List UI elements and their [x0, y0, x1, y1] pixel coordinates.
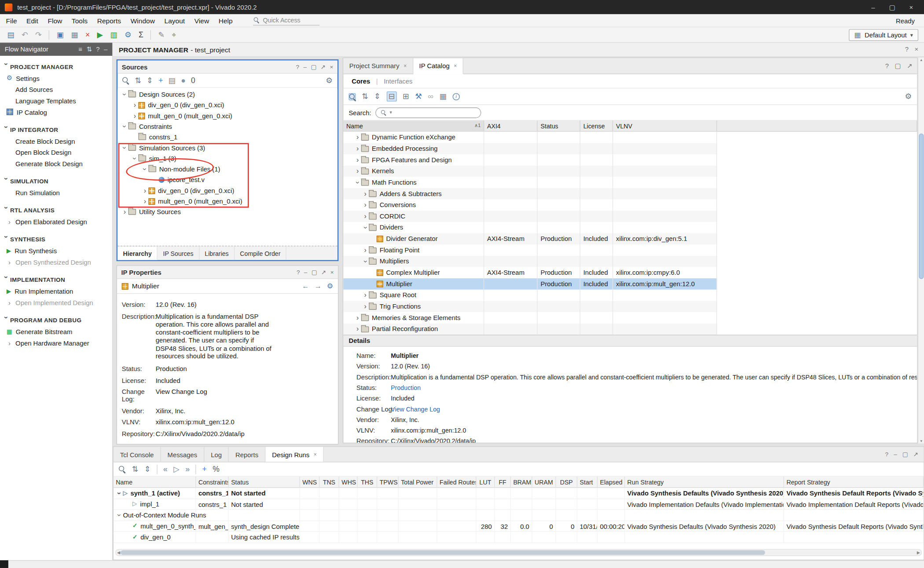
- run-icon[interactable]: ▶: [97, 31, 103, 39]
- float-icon[interactable]: ▢: [312, 268, 317, 276]
- close-icon[interactable]: ×: [330, 268, 334, 276]
- sidebar-item-language-templates[interactable]: Language Templates: [0, 95, 112, 106]
- column-header-start[interactable]: Start: [577, 477, 598, 487]
- chevron-down-icon[interactable]: ›: [2, 207, 11, 214]
- expander-icon[interactable]: ›: [354, 324, 361, 335]
- column-header-lut[interactable]: LUT: [477, 477, 495, 487]
- help-icon[interactable]: ?: [296, 63, 300, 71]
- scroll-left-icon[interactable]: ◀: [117, 550, 120, 556]
- menu-window[interactable]: Window: [131, 17, 155, 24]
- minimize-button[interactable]: –: [865, 1, 882, 13]
- board-icon[interactable]: ▦: [71, 31, 78, 39]
- source-node-constraints[interactable]: › Constraints: [117, 121, 337, 131]
- design-run-row-div-gen-0[interactable]: ✓ div_gen_0 Using cached IP results: [114, 532, 924, 543]
- column-header-ths[interactable]: THS: [358, 477, 378, 487]
- column-header-uram[interactable]: URAM: [532, 477, 556, 487]
- tab-tcl-console[interactable]: Tcl Console: [114, 447, 161, 462]
- minimize-icon[interactable]: –: [304, 268, 308, 276]
- catalog-row-adders-subtracters[interactable]: › Adders & Subtracters: [343, 188, 717, 200]
- tab-reports[interactable]: Reports: [229, 447, 265, 462]
- sort-icon[interactable]: ⇅: [86, 45, 92, 53]
- menu-layout[interactable]: Layout: [165, 17, 185, 24]
- expand-icon[interactable]: ↗: [913, 451, 918, 459]
- float-icon[interactable]: ▢: [902, 451, 908, 459]
- subtab-interfaces[interactable]: Interfaces: [384, 77, 412, 84]
- column-header-run-strategy[interactable]: Run Strategy: [625, 477, 784, 487]
- close-button[interactable]: ×: [903, 1, 920, 13]
- info-icon[interactable]: i: [453, 93, 460, 100]
- catalog-row-math-functions[interactable]: › Math Functions: [343, 177, 717, 188]
- subtab-cores[interactable]: Cores: [352, 77, 370, 84]
- expander-icon[interactable]: ›: [131, 155, 139, 162]
- forward-icon[interactable]: →: [314, 282, 321, 290]
- chevron-right-icon[interactable]: ›: [8, 259, 11, 266]
- column-header-status[interactable]: Status: [538, 120, 580, 131]
- ip-properties-header[interactable]: IP Properties ?–▢↗×: [117, 266, 338, 279]
- column-header-tns[interactable]: TNS: [319, 477, 339, 487]
- collapse-all-icon[interactable]: ⇅: [132, 465, 139, 473]
- column-header-ff[interactable]: FF: [495, 477, 511, 487]
- collapse-icon[interactable]: –: [104, 45, 107, 53]
- scroll-down-icon[interactable]: ▼: [918, 439, 924, 443]
- sources-tab-hierarchy[interactable]: Hierarchy: [117, 247, 158, 260]
- chevron-right-icon[interactable]: ›: [8, 339, 11, 346]
- expander-icon[interactable]: ›: [121, 144, 129, 151]
- catalog-row-square-root[interactable]: › Square Root: [343, 290, 717, 301]
- ip-catalog-search-input[interactable]: ▾: [375, 107, 481, 118]
- menu-flow[interactable]: Flow: [48, 17, 62, 24]
- column-header-wns[interactable]: WNS: [300, 477, 320, 487]
- expander-icon[interactable]: ›: [354, 154, 361, 166]
- file-info-icon[interactable]: ▤: [169, 76, 176, 84]
- chevron-down-icon[interactable]: ›: [2, 126, 11, 133]
- sidebar-item-open-elaborated-design[interactable]: ›Open Elaborated Design: [0, 216, 112, 227]
- tab-project-summary[interactable]: Project Summary ×: [343, 58, 413, 73]
- back-icon[interactable]: ←: [302, 282, 309, 290]
- source-node-constrs-1[interactable]: constrs_1: [117, 132, 337, 142]
- copy-icon[interactable]: ▣: [56, 31, 64, 39]
- catalog-row-dynamic-function-exchange[interactable]: › Dynamic Function eXchange: [343, 132, 717, 143]
- reports-icon[interactable]: ▥: [110, 31, 117, 39]
- hierarchy-icon[interactable]: ⊟: [387, 91, 397, 102]
- source-node-mult-gen-0-mult-gen-0-xci[interactable]: › mult_gen_0 (mult_gen_0.xci): [117, 110, 337, 121]
- column-header-total-power[interactable]: Total Power: [399, 477, 437, 487]
- settings-gear-icon[interactable]: ⚙: [327, 282, 334, 290]
- add-sources-icon[interactable]: +: [158, 76, 163, 84]
- expand-icon[interactable]: ↗: [321, 268, 326, 276]
- design-run-row-mult-gen-0-synth-1[interactable]: ✓ mult_gen_0_synth_1 mult_gen_0 synth_de…: [114, 521, 924, 532]
- column-header-status[interactable]: Status: [229, 477, 300, 487]
- expander-icon[interactable]: ›: [362, 188, 369, 200]
- chevron-right-icon[interactable]: ›: [8, 218, 11, 225]
- column-header-name[interactable]: Name: [114, 477, 196, 487]
- sidebar-item-run-implementation[interactable]: ▶Run Implementation: [0, 285, 112, 297]
- expander-icon[interactable]: ›: [362, 211, 369, 222]
- close-icon[interactable]: ×: [454, 63, 457, 69]
- catalog-row-dividers[interactable]: › Dividers: [343, 222, 717, 233]
- expander-icon[interactable]: ›: [131, 101, 138, 109]
- dock-icon[interactable]: ≡: [78, 45, 82, 53]
- close-icon[interactable]: ×: [314, 451, 317, 458]
- scroll-up-icon[interactable]: ▲: [918, 58, 924, 62]
- filter-count[interactable]: 0: [191, 76, 195, 84]
- close-icon[interactable]: ×: [330, 63, 333, 71]
- sidebar-item-generate-bitstream[interactable]: ▦Generate Bitstream: [0, 326, 112, 337]
- expander-icon[interactable]: ›: [121, 208, 128, 216]
- sidebar-section-project-manager[interactable]: ›PROJECT MANAGER: [0, 61, 112, 73]
- link-icon[interactable]: ∞: [428, 93, 433, 101]
- search-icon[interactable]: [122, 77, 129, 84]
- catalog-row-cordic[interactable]: › CORDIC: [343, 211, 717, 222]
- source-node-utility-sources[interactable]: › Utility Sources: [117, 207, 337, 217]
- expander-icon[interactable]: ›: [141, 166, 149, 173]
- customize-ip-icon[interactable]: ⚒: [415, 93, 422, 101]
- menu-file[interactable]: File: [6, 17, 17, 24]
- scrollbar-thumb[interactable]: [919, 134, 924, 279]
- column-header-name[interactable]: Name ∧1: [343, 120, 484, 131]
- sidebar-item-open-block-design[interactable]: Open Block Design: [0, 146, 112, 158]
- expander-icon[interactable]: ›: [131, 112, 138, 120]
- sources-tab-libraries[interactable]: Libraries: [199, 247, 235, 260]
- column-header-license[interactable]: License: [580, 120, 613, 131]
- source-node-mult-gen-0-mult-gen-0-xci[interactable]: › mult_gen_0 (mult_gen_0.xci): [117, 196, 337, 207]
- expand-icon[interactable]: ↗: [321, 63, 326, 71]
- catalog-row-trig-functions[interactable]: › Trig Functions: [343, 301, 717, 312]
- column-header-failed-routes[interactable]: Failed Routes: [437, 477, 477, 487]
- tab-messages[interactable]: Messages: [161, 447, 205, 462]
